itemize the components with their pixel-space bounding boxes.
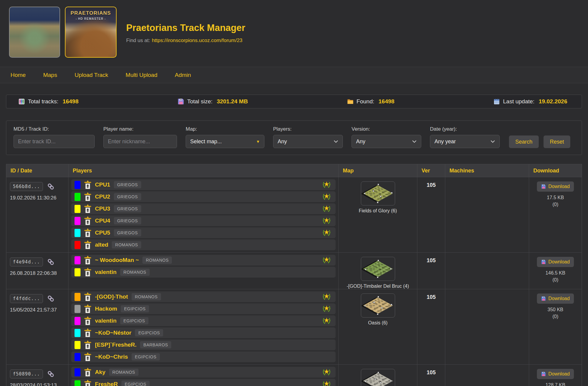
player-row: ~KoD~Néstor EGIPCIOS	[71, 327, 336, 338]
player-name[interactable]: CPU2	[95, 193, 110, 200]
player-name-label: Player name:	[103, 126, 177, 132]
col-header-players: Players	[69, 164, 339, 177]
faction-badge: GRIEGOS	[114, 193, 141, 200]
download-button[interactable]: Download	[537, 293, 574, 304]
winner-wreath-icon	[322, 380, 331, 386]
faction-banner-icon	[84, 380, 91, 386]
map-select[interactable]: Select map... ▼	[186, 135, 264, 148]
player-name[interactable]: FresheR	[95, 381, 118, 386]
player-name[interactable]: [ESP]`FresheR.	[95, 342, 136, 348]
link-icon[interactable]	[47, 295, 55, 302]
faction-badge: ROMANOS	[142, 257, 172, 264]
player-name[interactable]: ~KoD~Chris	[95, 354, 128, 360]
player-color-swatch	[75, 293, 81, 301]
player-name[interactable]: ~KoD~Néstor	[95, 330, 131, 336]
date-year-select[interactable]: Any year	[430, 135, 500, 148]
faction-badge: EGIPCIOS	[135, 329, 163, 336]
col-header-map: Map	[339, 164, 417, 177]
link-icon[interactable]	[47, 258, 55, 266]
floppy-icon	[541, 184, 546, 189]
chevron-down-icon	[490, 140, 495, 143]
player-row: -[GOD]-Thot ROMANOS	[71, 291, 336, 302]
link-icon[interactable]	[47, 370, 55, 378]
player-row: ~ WoodooMan ~ ROMANOS	[71, 255, 336, 266]
link-icon[interactable]	[47, 183, 55, 190]
player-name[interactable]: valentin	[95, 318, 117, 324]
date-year-select-value: Any year	[434, 138, 456, 145]
player-color-swatch	[75, 380, 81, 386]
faction-banner-icon	[84, 216, 91, 226]
table-row: f50890... 28/03/2024 01:53:13 Aky ROMANO…	[6, 364, 582, 386]
site-avatar-image	[9, 7, 60, 58]
player-name[interactable]: valentin	[95, 269, 117, 275]
map-select-value: Select map...	[190, 138, 222, 145]
stat-value: 19.02.2026	[539, 98, 567, 105]
stats-bar: Total tracks: 16498 Total size: 3201.24 …	[6, 95, 582, 108]
map-thumbnail[interactable]	[361, 293, 395, 318]
file-size: 350 KB	[529, 307, 582, 312]
floppy-icon	[178, 98, 184, 105]
track-id-chip[interactable]: 566b8d...	[10, 182, 43, 191]
player-name[interactable]: CPU3	[95, 205, 110, 212]
download-button[interactable]: Download	[537, 257, 574, 267]
faction-banner-icon	[84, 180, 91, 190]
track-date: 26.08.2018 22:06:38	[10, 270, 65, 276]
player-color-swatch	[75, 268, 81, 276]
player-name[interactable]: -[GOD]-Thot	[95, 293, 128, 300]
winner-wreath-icon	[322, 181, 331, 189]
version-select-value: Any	[356, 138, 365, 145]
players-select-value: Any	[278, 138, 287, 145]
map-thumbnail[interactable]	[361, 181, 395, 205]
track-id-chip[interactable]: f50890...	[10, 369, 43, 378]
nav-item-admin[interactable]: Admin	[175, 72, 191, 78]
faction-badge: GRIEGOS	[114, 181, 141, 188]
faction-banner-icon	[84, 268, 91, 277]
map-name: Fields of Glory (6)	[339, 208, 417, 214]
players-label: Players:	[273, 126, 343, 132]
stat-label: Total tracks:	[28, 98, 58, 105]
download-count: (0)	[529, 202, 582, 207]
map-thumbnail[interactable]	[361, 257, 395, 281]
nav-item-multi-upload[interactable]: Multi Upload	[126, 72, 157, 78]
faction-badge: EGIPCIOS	[121, 305, 149, 312]
players-select[interactable]: Any	[273, 135, 343, 148]
page-title: Praetorians Track Manager	[126, 23, 245, 33]
track-id-chip[interactable]: f4e94d...	[10, 257, 43, 266]
player-name[interactable]: alted	[95, 242, 108, 248]
download-button[interactable]: Download	[537, 369, 574, 379]
chevron-down-icon	[334, 140, 338, 143]
stat-value: 3201.24 MB	[217, 98, 248, 105]
player-name[interactable]: ~ WoodooMan ~	[95, 257, 139, 263]
reset-button[interactable]: Reset	[544, 135, 570, 148]
player-name[interactable]: CPU1	[95, 181, 110, 188]
track-id-input[interactable]	[14, 135, 95, 148]
stat-label: Last update:	[503, 98, 535, 105]
track-id-chip[interactable]: f4fddc...	[10, 294, 43, 303]
player-name[interactable]: Hackom	[95, 305, 117, 312]
map-thumbnail[interactable]	[361, 369, 395, 386]
faction-badge: GRIEGOS	[114, 229, 141, 236]
map-label: Map:	[186, 126, 264, 132]
player-color-swatch	[75, 329, 81, 337]
search-button[interactable]: Search	[509, 135, 539, 148]
winner-wreath-icon	[322, 317, 331, 325]
winner-wreath-icon	[322, 305, 331, 313]
download-button[interactable]: Download	[537, 181, 574, 192]
floppy-icon	[541, 260, 546, 264]
player-name[interactable]: CPU5	[95, 229, 110, 236]
player-name[interactable]: CPU4	[95, 217, 110, 224]
faction-banner-icon	[84, 340, 91, 350]
machines-cell	[445, 253, 529, 289]
col-header-machines: Machines	[445, 164, 529, 177]
nav-item-upload-track[interactable]: Upload Track	[75, 72, 108, 78]
faction-badge: ROMANOS	[109, 369, 139, 376]
calendar-icon	[493, 98, 500, 105]
player-name-input[interactable]	[103, 135, 177, 148]
player-name[interactable]: Aky	[95, 369, 105, 375]
version-select[interactable]: Any	[352, 135, 421, 148]
stat-value: 16498	[62, 98, 78, 105]
faction-badge: GRIEGOS	[114, 205, 141, 212]
forum-link[interactable]: https://ironscorpions.ucoz.com/forum/23	[152, 38, 242, 43]
nav-item-maps[interactable]: Maps	[43, 72, 57, 78]
nav-item-home[interactable]: Home	[11, 72, 26, 78]
